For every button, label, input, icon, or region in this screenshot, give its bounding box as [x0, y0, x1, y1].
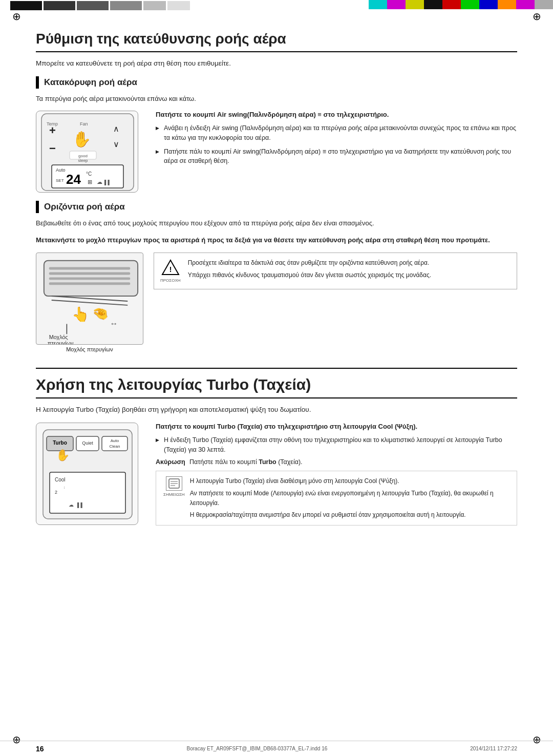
- svg-text:✋: ✋: [56, 448, 70, 462]
- ac-svg: 👆 🤏 Μοχλός πτερυγίων ↔: [36, 253, 143, 345]
- footer-left: Boracay ET_AR09FSFT@_IBIM_DB68-03377A_EL…: [187, 746, 328, 751]
- svg-text:Fan: Fan: [80, 121, 88, 127]
- svg-text:∨: ∨: [113, 140, 119, 149]
- svg-text:sleep: sleep: [78, 158, 88, 163]
- note-icon-col: ΣΗΜΕΙΩΣΗ: [163, 476, 185, 498]
- subsection2-content: 👆 🤏 Μοχλός πτερυγίων ↔ Μοχλός πτερυγίων: [36, 253, 517, 353]
- svg-text:°C: °C: [86, 171, 92, 177]
- section2-bullet1: Η ένδειξη Turbo (Ταχεία) εμφανίζεται στη…: [156, 435, 517, 455]
- svg-text:Quiet: Quiet: [82, 440, 93, 446]
- main-content: Ρύθμιση της κατεύθυνσης ροής αέρα Μπορεί…: [36, 20, 517, 526]
- note-box: ΣΗΜΕΙΩΣΗ Η λειτουργία Turbo (Ταχεία) είν…: [156, 471, 517, 526]
- remote2-image: Turbo ✋ Quiet Auto Clean Cool 2 ↕ ☁: [36, 423, 138, 525]
- remote1-svg: + Fan Temp ∧ ∨ ✋ − good sleep: [36, 111, 138, 193]
- footer: 16 Boracay ET_AR09FSFT@_IBIM_DB68-03377A…: [0, 741, 553, 756]
- svg-rect-20: [49, 267, 130, 269]
- svg-text:Turbo: Turbo: [53, 440, 67, 446]
- warning-text-col: Προσέχετε ιδιαίτερα τα δάκτυλά σας όταν …: [188, 258, 431, 280]
- subsection1-text: Τα πτερύγια ροής αέρα μετακινούνται επάν…: [36, 95, 517, 102]
- warning-text2: Υπάρχει πιθανός κίνδυνος τραυματισμού ότ…: [188, 270, 431, 280]
- svg-text:↔: ↔: [110, 319, 118, 328]
- subsection1-bar: [36, 76, 39, 89]
- svg-text:☁: ☁: [69, 502, 74, 508]
- svg-text:👆: 👆: [72, 305, 90, 322]
- section2-title: Χρήση της λειτουργίας Turbo (Ταχεία): [36, 376, 517, 398]
- warning-flex: ! ΠΡΟΣΟΧΗ Προσέχετε ιδιαίτερα τα δάκτυλά…: [160, 258, 511, 284]
- sub2-instruction-bold: Μετακινήστε το μοχλό πτερυγίων προς τα α…: [36, 235, 517, 245]
- sub1-bullet-list: Ανάβει η ένδειξη Air swing (Παλινδρόμηση…: [156, 123, 517, 166]
- reg-mark-top-right: ⊕: [530, 10, 543, 23]
- subsection1-header: Κατακόρυφη ροή αέρα: [36, 76, 517, 89]
- note-line2: Αν πατήσετε το κουμπί Mode (Λειτουργία) …: [190, 489, 509, 508]
- remote1-image: + Fan Temp ∧ ∨ ✋ − good sleep: [36, 111, 138, 193]
- section2-content: Turbo ✋ Quiet Auto Clean Cool 2 ↕ ☁: [36, 423, 517, 526]
- sub1-bullet-1: Ανάβει η ένδειξη Air swing (Παλινδρόμηση…: [156, 123, 517, 143]
- remote2-col: Turbo ✋ Quiet Auto Clean Cool 2 ↕ ☁: [36, 423, 143, 526]
- reg-mark-top-left: ⊕: [10, 10, 23, 23]
- remote2-svg: Turbo ✋ Quiet Auto Clean Cool 2 ↕ ☁: [40, 427, 135, 521]
- note-text-col: Η λειτουργία Turbo (Ταχεία) είναι διαθέσ…: [190, 476, 509, 520]
- svg-text:24: 24: [66, 172, 81, 187]
- note-line1: Η λειτουργία Turbo (Ταχεία) είναι διαθέσ…: [190, 476, 509, 486]
- subsection1-content: + Fan Temp ∧ ∨ ✋ − good sleep: [36, 111, 517, 193]
- lever-label: Μοχλός πτερυγίων: [36, 346, 143, 353]
- note-label: ΣΗΜΕΙΩΣΗ: [163, 492, 185, 498]
- svg-text:↕: ↕: [63, 486, 66, 489]
- sub1-instruction-bold: Πατήστε το κουμπί Air swing(Παλινδρόμηση…: [156, 111, 517, 118]
- svg-text:Cool: Cool: [55, 477, 66, 482]
- svg-text:Μοχλός: Μοχλός: [49, 334, 68, 340]
- section1-title: Ρύθμιση της κατεύθυνσης ροής αέρα: [36, 31, 517, 52]
- svg-text:Temp: Temp: [47, 121, 58, 127]
- svg-text:!: !: [169, 265, 172, 274]
- svg-text:Auto: Auto: [56, 167, 66, 173]
- svg-text:good: good: [78, 154, 88, 158]
- svg-text:⊞: ⊞: [88, 179, 92, 185]
- warning-icon-col: ! ΠΡΟΣΟΧΗ: [160, 258, 181, 284]
- subsection2-bar: [36, 201, 39, 213]
- subsection2-text: Βεβαιωθείτε ότι ο ένας από τους μοχλούς …: [36, 219, 517, 227]
- page-number: 16: [36, 745, 44, 753]
- svg-text:▌▌: ▌▌: [104, 179, 111, 185]
- note-svg: [168, 478, 180, 489]
- svg-text:2: 2: [55, 490, 57, 495]
- warning-label: ΠΡΟΣΟΧΗ: [160, 278, 181, 284]
- ac-image: 👆 🤏 Μοχλός πτερυγίων ↔: [36, 253, 143, 345]
- note-line3: Η θερμοκρασία/ταχύτητα ανεμιστήρα δεν μπ…: [190, 510, 509, 520]
- cancel-text: Πατήστε πάλι το κουμπί Turbo (Ταχεία).: [189, 458, 303, 466]
- warning-box: ! ΠΡΟΣΟΧΗ Προσέχετε ιδιαίτερα τα δάκτυλά…: [154, 253, 517, 289]
- warning-col: ! ΠΡΟΣΟΧΗ Προσέχετε ιδιαίτερα τα δάκτυλά…: [154, 253, 517, 353]
- section2-instructions: Πατήστε το κουμπί Turbo (Ταχεία) στο τηλ…: [156, 423, 517, 526]
- svg-text:−: −: [49, 142, 56, 155]
- cancel-label: Ακύρωση: [156, 458, 186, 466]
- svg-rect-21: [49, 272, 130, 275]
- svg-rect-22: [49, 277, 130, 280]
- subsection1-instructions: Πατήστε το κουμπί Air swing(Παλινδρόμηση…: [156, 111, 517, 193]
- ac-image-col: 👆 🤏 Μοχλός πτερυγίων ↔ Μοχλός πτερυγίων: [36, 253, 143, 353]
- remote1-col: + Fan Temp ∧ ∨ ✋ − good sleep: [36, 111, 143, 193]
- svg-text:✋: ✋: [72, 130, 92, 149]
- section1-intro: Μπορείτε να κατευθύνετε τη ροή αέρα στη …: [36, 59, 517, 67]
- cancel-row: Ακύρωση Πατήστε πάλι το κουμπί Turbo (Τα…: [156, 458, 517, 466]
- svg-text:Auto: Auto: [111, 438, 119, 443]
- section2-intro: Η λειτουργία Turbo (Ταχεία) βοηθάει στη …: [36, 406, 517, 413]
- section2-instruction-bold: Πατήστε το κουμπί Turbo (Ταχεία) στο τηλ…: [156, 423, 517, 430]
- subsection2-header: Οριζόντια ροή αέρα: [36, 201, 517, 213]
- note-flex: ΣΗΜΕΙΩΣΗ Η λειτουργία Turbo (Ταχεία) είν…: [163, 476, 509, 520]
- subsection2-title: Οριζόντια ροή αέρα: [44, 202, 125, 212]
- svg-rect-23: [49, 282, 130, 285]
- subsection1-title: Κατακόρυφη ροή αέρα: [44, 77, 137, 88]
- svg-text:Clean: Clean: [110, 444, 120, 449]
- svg-text:☁: ☁: [97, 179, 102, 185]
- warning-triangle-icon: !: [161, 258, 180, 277]
- svg-text:▌▌: ▌▌: [77, 502, 84, 508]
- sub1-bullet-2: Πατήστε πάλι το κουμπί Air swing(Παλινδρ…: [156, 147, 517, 166]
- footer-right: 2014/12/11 17:27:22: [470, 746, 517, 751]
- color-bar-top: [0, 0, 553, 9]
- svg-text:∧: ∧: [113, 124, 119, 133]
- svg-text:SET: SET: [56, 178, 64, 183]
- section2-bullet-list: Η ένδειξη Turbo (Ταχεία) εμφανίζεται στη…: [156, 435, 517, 455]
- section2-divider: [36, 368, 517, 369]
- warning-text1: Προσέχετε ιδιαίτερα τα δάκτυλά σας όταν …: [188, 258, 431, 267]
- svg-text:πτερυγίων: πτερυγίων: [48, 340, 74, 345]
- svg-text:🤏: 🤏: [92, 305, 109, 321]
